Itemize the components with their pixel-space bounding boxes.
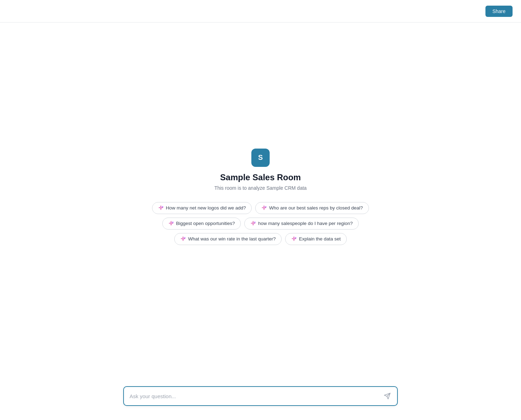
suggestion-chip-2[interactable]: Who are our best sales reps by closed de… <box>255 202 369 214</box>
suggestion-chip-3-label: Biggest open opportunities? <box>176 221 235 226</box>
suggestion-chip-1[interactable]: How many net new logos did we add? <box>152 202 252 214</box>
sparkle-icon-3 <box>168 221 174 226</box>
room-icon: S <box>251 149 270 167</box>
suggestions-container: How many net new logos did we add? Who a… <box>127 202 394 245</box>
suggestions-row-3: What was our win rate in the last quarte… <box>174 233 347 245</box>
main-content: S Sample Sales Room This room is to anal… <box>0 23 521 420</box>
suggestion-chip-6[interactable]: Explain the data set <box>285 233 347 245</box>
input-wrapper <box>123 386 398 406</box>
sparkle-icon-4 <box>250 221 256 226</box>
sparkle-icon-2 <box>261 205 267 211</box>
sparkle-icon-6 <box>291 236 297 242</box>
share-button[interactable]: Share <box>485 6 513 17</box>
suggestion-chip-1-label: How many net new logos did we add? <box>166 205 246 211</box>
question-input[interactable] <box>130 393 383 399</box>
sparkle-icon-5 <box>180 236 186 242</box>
send-icon <box>384 393 391 400</box>
suggestion-chip-5[interactable]: What was our win rate in the last quarte… <box>174 233 282 245</box>
send-button[interactable] <box>383 392 391 400</box>
suggestions-row-2: Biggest open opportunities? how many sal… <box>162 218 359 230</box>
suggestion-chip-5-label: What was our win rate in the last quarte… <box>188 236 276 242</box>
sparkle-icon <box>158 205 164 211</box>
suggestion-chip-4[interactable]: how many salespeople do I have per regio… <box>244 218 359 230</box>
suggestions-row-1: How many net new logos did we add? Who a… <box>152 202 369 214</box>
suggestion-chip-2-label: Who are our best sales reps by closed de… <box>269 205 363 211</box>
suggestion-chip-3[interactable]: Biggest open opportunities? <box>162 218 241 230</box>
room-subtitle: This room is to analyze Sample CRM data <box>214 185 307 191</box>
input-area <box>123 386 398 406</box>
suggestion-chip-4-label: how many salespeople do I have per regio… <box>258 221 353 226</box>
suggestion-chip-6-label: Explain the data set <box>299 236 341 242</box>
app-header: Share <box>0 0 521 23</box>
room-title: Sample Sales Room <box>220 173 301 182</box>
room-icon-letter: S <box>258 153 263 162</box>
